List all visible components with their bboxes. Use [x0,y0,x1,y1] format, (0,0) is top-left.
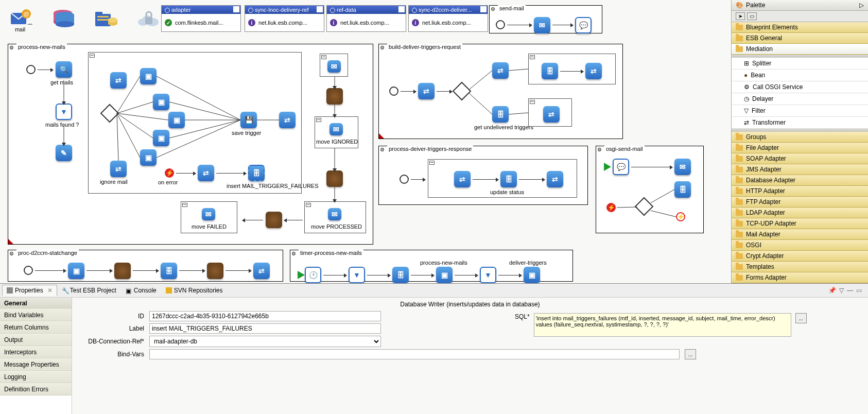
edit-node[interactable]: ✎ [56,145,72,161]
bindvars-more-button[interactable]: ... [685,349,696,359]
palette-item-osgi[interactable]: ⚙Call OSGI Service [732,81,868,93]
palette-cat-mediation[interactable]: Mediation [732,44,868,55]
db-node[interactable]: 🗄 [542,63,558,79]
palette-cat-groups[interactable]: Groups [732,132,868,143]
sub-container[interactable]: ✉ move PROCESSED [304,201,366,233]
palette-cat-forms-adapter[interactable]: Forms Adapter [732,272,868,283]
prop-nav-logging[interactable]: Logging [0,371,72,383]
lock-cloud-icon[interactable] [136,8,161,32]
task-node[interactable]: ▣ [153,130,169,146]
bindvars-field[interactable] [149,349,680,359]
folder-db-icon[interactable] [93,8,118,32]
flow-osgi-send-mail[interactable]: ⚙ osgi-send-mail 💬 ✉ 🗄 ⚡ ⚡ [596,146,704,233]
tab-test-esb[interactable]: 🔧Test ESB Project [57,285,121,296]
marquee-tool[interactable]: ▭ [747,12,757,20]
palette-cat-ftp-adapter[interactable]: FTP Adapter [732,197,868,208]
palette-cat-tcp-udp-adapter[interactable]: TCP-UDP Adapter [732,218,868,229]
palette-cat-mail-adapter[interactable]: Mail Adapter [732,229,868,240]
bean-node[interactable] [326,88,343,105]
prop-nav-bind-variables[interactable]: Bind Variables [0,309,72,321]
mail-node[interactable]: ✉ [327,60,341,73]
choice-node[interactable] [453,82,472,101]
palette-item-delayer[interactable]: ◷Delayer [732,93,868,105]
palette-cat-jms-adapter[interactable]: JMS Adapter [732,164,868,175]
filter-node[interactable]: ▼ [480,267,496,283]
sub-container[interactable]: ✉ [320,54,348,77]
palette-cat-database-adapter[interactable]: Database Adapter [732,175,868,186]
task-node[interactable]: ▣ [524,267,540,283]
route-node[interactable]: ⇄ [547,171,563,187]
close-icon[interactable]: ✕ [47,287,53,294]
sub-container[interactable]: ⇄ ▣ ▣ ▣ ▣ ▣ ⇄ ignore mail 💾 save trigger… [88,52,302,194]
db-node[interactable]: 🗄 [674,181,691,198]
mail-node[interactable]: ✉ [329,123,343,135]
component-adapter[interactable]: adapter ✓com.flinkesb.mail... [161,5,241,32]
component-ref-data[interactable]: ref-data inet.liuk.esb.comp... [326,5,406,32]
prop-nav-return-columns[interactable]: Return Columns [0,321,72,334]
get-mails-node[interactable]: 🔍 [56,61,72,78]
mail-tool-icon[interactable]: @ mail [8,8,32,32]
minimize-icon[interactable]: — [847,287,853,294]
route-node[interactable]: ⇄ [492,62,509,79]
palette-cat-ldap-adapter[interactable]: LDAP Adapter [732,208,868,218]
palette-item-bean[interactable]: ●Bean [732,70,868,81]
route-node[interactable]: ⇄ [543,106,560,123]
task-node[interactable]: ▣ [140,149,157,166]
component-sync-lnoc[interactable]: sync-lnoc-delivery-ref inet.liuk.esb.com… [245,5,324,32]
mail-node[interactable]: ✉ [328,208,341,220]
task-node[interactable]: ▣ [68,263,84,279]
route-node[interactable]: ⇄ [198,165,214,181]
choice-node[interactable] [100,104,119,123]
palette-cat-esb-general[interactable]: ESB General [732,33,868,44]
label-field[interactable] [149,323,381,334]
prop-nav-interceptors[interactable]: Interceptors [0,346,72,358]
pointer-tool[interactable]: ➤ [736,12,745,20]
maximize-icon[interactable]: ▭ [856,287,862,294]
db-stack-icon[interactable] [50,8,75,32]
flow-timer-process[interactable]: ⚙ timer-process-new-mails 🕐 ▼ 🗄 ▣ proces… [290,250,573,282]
route-node[interactable]: ⇄ [454,171,471,187]
play-icon[interactable] [298,271,305,279]
sub-container[interactable]: 🗄 ⇄ [528,54,616,84]
error-icon[interactable]: ⚡ [165,168,174,178]
route-node[interactable]: ⇄ [279,112,296,128]
sql-textarea[interactable]: 'insert into mail_triggers_failures (mtf… [534,313,791,337]
palette-item-splitter[interactable]: ⊞Splitter [732,58,868,70]
transform-node[interactable]: ✉ [534,17,550,33]
start-node[interactable] [389,87,398,96]
play-icon[interactable] [604,163,611,171]
db-node[interactable]: 🗄 [492,106,509,123]
osgi-node[interactable]: 💬 [613,159,629,175]
palette-cat-crypt-adapter[interactable]: Crypt Adapter [732,251,868,262]
db-node[interactable]: 🗄 [500,171,517,187]
tab-svn[interactable]: SVN Repositories [161,285,228,296]
route-node[interactable]: ⇄ [110,161,127,177]
tab-properties[interactable]: Properties✕ [2,285,57,296]
id-field[interactable] [149,311,381,321]
sub-container[interactable]: ✉ move IGNORED [315,116,358,148]
error-out-icon[interactable]: ⚡ [676,212,685,221]
flow-build-deliver[interactable]: ⚙ build-deliver-triggers-request ⇄ ⇄ 🗄 g… [378,44,623,139]
bean-node[interactable] [114,263,131,279]
tab-console[interactable]: ▣Console [121,285,161,296]
start-node[interactable] [24,266,33,275]
route-node[interactable]: ⇄ [418,83,435,99]
prop-nav-output[interactable]: Output [0,334,72,346]
flow-process-new-mails[interactable]: ⚙ process-new-mails 🔍 get mails ▼ mails … [8,44,373,245]
palette-cat-soap-adapter[interactable]: SOAP Adapter [732,153,868,164]
dbref-select[interactable]: mail-adapter-db [149,336,381,347]
start-node[interactable] [26,65,36,74]
start-node[interactable] [496,20,505,29]
flow-process-deliver-resp[interactable]: ⚙ process-deiver-triggers-response ⇄ 🗄 u… [378,146,588,205]
choice-node[interactable] [635,197,654,216]
route-node[interactable]: ⇄ [110,72,127,89]
close-icon[interactable] [317,6,323,12]
pin-icon[interactable]: 📌 [828,287,836,294]
palette-cat-osgi[interactable]: OSGI [732,240,868,251]
mail-node[interactable]: ✉ [674,159,691,175]
db-node[interactable]: 🗄 [392,267,409,283]
bean-node[interactable] [266,212,282,228]
prop-nav-definition-errors[interactable]: Definition Errors [0,383,72,395]
db-node[interactable]: 🗄 [161,263,177,279]
palette-item-transformer[interactable]: ⇄Transformer [732,117,868,129]
